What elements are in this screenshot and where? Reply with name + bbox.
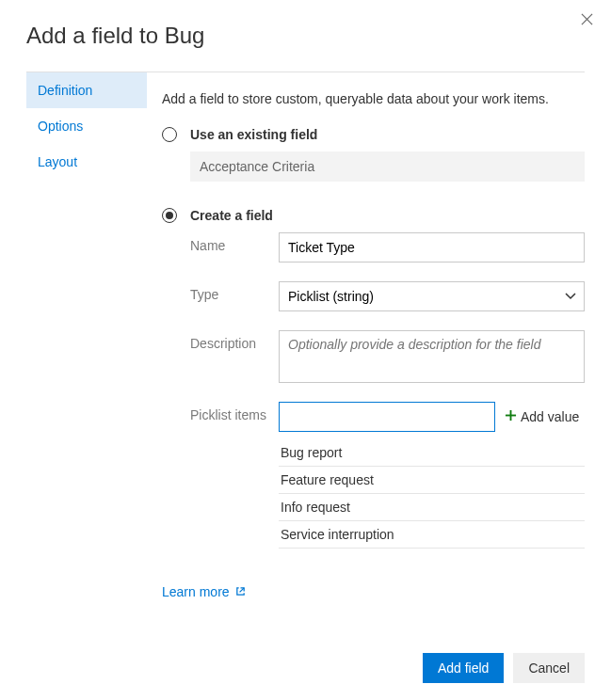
use-existing-option[interactable]: Use an existing field (162, 127, 585, 142)
picklist-items-list: Bug reportFeature requestInfo requestSer… (279, 439, 585, 549)
dialog-footer: Add field Cancel (423, 653, 585, 683)
dialog-title: Add a field to Bug (26, 23, 585, 49)
learn-more-label: Learn more (162, 584, 230, 599)
sidebar: Definition Options Layout (26, 72, 147, 599)
type-select[interactable] (279, 281, 585, 311)
svg-line-4 (239, 588, 244, 593)
radio-unchecked-icon[interactable] (162, 127, 177, 142)
dialog-body: Definition Options Layout Add a field to… (26, 72, 585, 599)
picklist-item[interactable]: Feature request (279, 467, 585, 494)
picklist-item[interactable]: Info request (279, 494, 585, 521)
description-label: Description (190, 330, 279, 383)
add-value-button[interactable]: Add value (501, 402, 583, 432)
main-panel: Add a field to store custom, queryable d… (147, 72, 585, 599)
picklist-new-item-input[interactable] (279, 402, 495, 432)
picklist-item[interactable]: Service interruption (279, 521, 585, 549)
learn-more-link[interactable]: Learn more (162, 584, 246, 599)
create-field-label: Create a field (190, 208, 273, 223)
tab-definition[interactable]: Definition (26, 72, 147, 108)
add-field-dialog: Add a field to Bug Definition Options La… (0, 0, 611, 700)
name-label: Name (190, 232, 279, 262)
radio-checked-icon[interactable] (162, 208, 177, 223)
add-value-label: Add value (521, 409, 579, 424)
use-existing-label: Use an existing field (190, 127, 317, 142)
external-link-icon (235, 584, 246, 599)
tab-layout[interactable]: Layout (26, 144, 147, 180)
tab-options[interactable]: Options (26, 108, 147, 144)
create-field-form: Name Type Description (190, 232, 585, 549)
close-icon (581, 13, 593, 28)
existing-field-readonly: Acceptance Criteria (190, 151, 585, 182)
description-textarea[interactable] (279, 330, 585, 383)
add-field-button[interactable]: Add field (423, 653, 504, 683)
create-field-option[interactable]: Create a field (162, 208, 585, 223)
plus-icon (505, 409, 517, 424)
picklist-items-label: Picklist items (190, 402, 279, 549)
cancel-button[interactable]: Cancel (513, 653, 585, 683)
type-label: Type (190, 281, 279, 311)
close-button[interactable] (575, 9, 598, 32)
intro-text: Add a field to store custom, queryable d… (162, 91, 585, 106)
picklist-item[interactable]: Bug report (279, 439, 585, 467)
name-input[interactable] (279, 232, 585, 262)
